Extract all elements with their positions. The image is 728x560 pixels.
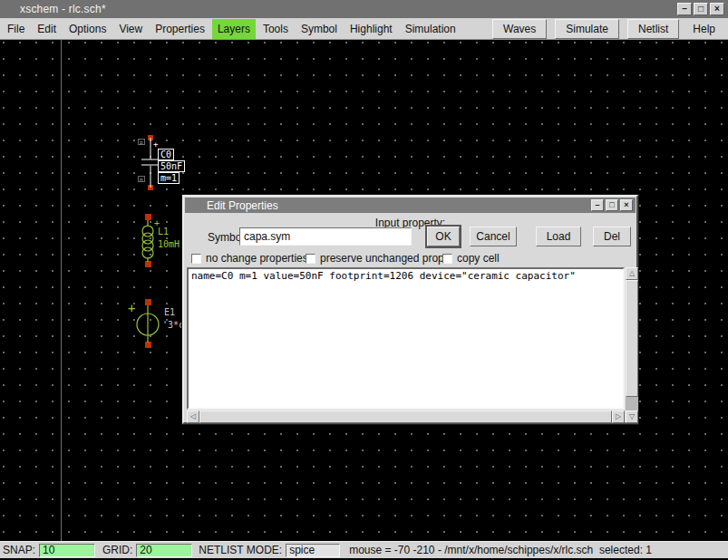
load-button[interactable]: Load: [536, 227, 581, 246]
pin-square: [145, 342, 151, 348]
minimize-icon[interactable]: –: [677, 3, 692, 15]
no-change-properties-label: no change properties: [206, 252, 308, 265]
symbol-row: Symbol capa.sym OK Cancel Load Del: [184, 227, 636, 246]
menu-view[interactable]: View: [113, 19, 148, 39]
symbol-input[interactable]: capa.sym: [239, 227, 412, 246]
menu-simulation[interactable]: Simulation: [400, 19, 461, 39]
menu-tools[interactable]: Tools: [257, 19, 294, 39]
maximize-icon[interactable]: □: [694, 3, 708, 15]
edit-properties-dialog: Edit Properties – □ × Input property: Sy…: [182, 195, 638, 424]
netlist-button[interactable]: Netlist: [627, 19, 679, 39]
menu-file[interactable]: File: [2, 19, 30, 39]
menubar: File Edit Options View Properties Layers…: [0, 18, 728, 40]
horizontal-scrollbar[interactable]: ◁ ▷: [187, 410, 625, 423]
vertical-scroll-thumb[interactable]: [626, 280, 638, 397]
dialog-controls: – □ ×: [591, 199, 633, 211]
netlist-mode-label: NETLIST MODE:: [199, 544, 282, 556]
ok-button[interactable]: OK: [427, 227, 460, 246]
source-name-label[interactable]: E1: [164, 307, 175, 317]
menu-symbol[interactable]: Symbol: [296, 19, 343, 39]
snap-input[interactable]: 10: [39, 544, 95, 557]
preserve-unchanged-props-label: preserve unchanged props: [320, 252, 450, 265]
snap-label: SNAP:: [3, 544, 35, 556]
scroll-up-icon[interactable]: △: [626, 267, 638, 280]
source-plus-mark: +: [128, 301, 135, 315]
pin-square: [145, 299, 151, 305]
close-icon[interactable]: ×: [710, 3, 724, 15]
menu-action-buttons: Waves Simulate Netlist Help: [492, 19, 723, 39]
scroll-right-icon[interactable]: ▷: [612, 410, 625, 423]
capacitor-pin-label-bottom: m: [138, 176, 145, 182]
checkbox-row: no change properties preserve unchanged …: [184, 252, 636, 266]
preserve-unchanged-props-checkbox[interactable]: [306, 254, 315, 264]
window-title: xschem - rlc.sch*: [20, 3, 106, 15]
pin-square: [145, 214, 151, 220]
horizontal-scroll-thumb[interactable]: [199, 410, 612, 423]
menu-properties[interactable]: Properties: [150, 19, 210, 39]
del-button[interactable]: Del: [593, 227, 631, 246]
dialog-minimize-icon[interactable]: –: [591, 199, 604, 211]
source-symbol[interactable]: +: [128, 299, 159, 348]
symbol-label: Symbol: [208, 231, 244, 244]
vertical-scrollbar[interactable]: △ ▽: [626, 267, 638, 423]
menu-highlight[interactable]: Highlight: [345, 19, 398, 39]
grid-label: GRID:: [102, 544, 132, 556]
copy-cell-checkbox[interactable]: [442, 254, 452, 264]
inductor-name-label[interactable]: L1: [158, 227, 169, 237]
netlist-mode-input[interactable]: spice: [286, 544, 340, 557]
scroll-down-icon[interactable]: ▽: [626, 410, 638, 423]
simulate-button[interactable]: Simulate: [555, 19, 619, 39]
capacitor-value-label[interactable]: 50nF: [158, 160, 185, 172]
source-value-label[interactable]: '3*c: [162, 320, 184, 330]
capacitor-plus-mark: +: [153, 140, 159, 149]
capacitor-name-label[interactable]: C0: [158, 149, 174, 160]
menu-options[interactable]: Options: [63, 19, 112, 39]
dialog-titlebar[interactable]: Edit Properties – □ ×: [185, 198, 636, 213]
dialog-close-icon[interactable]: ×: [620, 199, 633, 211]
no-change-properties-checkbox[interactable]: [191, 254, 201, 264]
menu-help[interactable]: Help: [687, 19, 721, 39]
waves-button[interactable]: Waves: [492, 19, 547, 39]
cancel-button[interactable]: Cancel: [470, 227, 517, 246]
statusbar: SNAP: 10 GRID: 20 NETLIST MODE: spice mo…: [0, 541, 728, 558]
scroll-left-icon[interactable]: ◁: [187, 410, 199, 423]
mouse-status-text: mouse = -70 -210 - /mnt/x/home/schippes/…: [349, 544, 652, 556]
capacitor-mult-label[interactable]: m=1: [158, 172, 180, 184]
inductor-value-label[interactable]: 10mH: [158, 239, 180, 249]
window-titlebar[interactable]: xschem - rlc.sch* – □ ×: [0, 0, 728, 18]
property-textarea[interactable]: name=C0 m=1 value=50nF footprint=1206 de…: [187, 267, 625, 410]
menu-edit[interactable]: Edit: [32, 19, 62, 39]
pin-square: [145, 261, 151, 267]
capacitor-pin-label-top: p: [138, 139, 145, 145]
dialog-maximize-icon[interactable]: □: [606, 199, 618, 211]
copy-cell-label: copy cell: [457, 252, 500, 265]
window-controls: – □ ×: [677, 3, 724, 15]
grid-input[interactable]: 20: [136, 544, 192, 557]
menu-layers[interactable]: Layers: [212, 19, 256, 39]
dialog-title: Edit Properties: [207, 199, 278, 212]
